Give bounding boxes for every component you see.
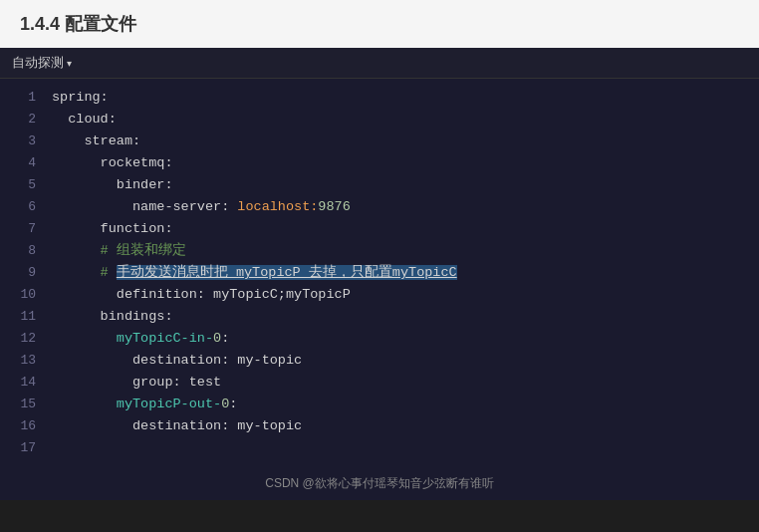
line-number: 1: [8, 87, 36, 109]
line-content: stream:: [52, 131, 751, 152]
line-number: 17: [8, 437, 36, 459]
line-number: 14: [8, 372, 36, 394]
code-line: 15 myTopicP-out-0:: [0, 394, 759, 415]
code-editor: 1spring:2 cloud:3 stream:4 rocketmq:5 bi…: [0, 79, 759, 467]
line-content: cloud:: [52, 109, 751, 131]
code-line: 17: [0, 437, 759, 459]
line-number: 10: [8, 284, 36, 306]
line-content: destination: my-topic: [52, 350, 751, 372]
code-line: 16 destination: my-topic: [0, 415, 759, 437]
line-content: myTopicC-in-0:: [52, 328, 751, 350]
code-line: 14 group: test: [0, 372, 759, 394]
code-line: 13 destination: my-topic: [0, 350, 759, 372]
code-line: 8 # 组装和绑定: [0, 240, 759, 262]
code-line: 9 # 手动发送消息时把 myTopicP 去掉，只配置myTopicC: [0, 262, 759, 284]
toolbar-label[interactable]: 自动探测: [12, 54, 72, 72]
line-number: 6: [8, 196, 36, 218]
line-number: 7: [8, 218, 36, 240]
code-line: 4 rocketmq:: [0, 152, 759, 174]
code-line: 12 myTopicC-in-0:: [0, 328, 759, 350]
line-number: 8: [8, 240, 36, 262]
line-number: 13: [8, 350, 36, 372]
line-content: spring:: [52, 87, 751, 109]
line-number: 2: [8, 109, 36, 131]
line-content: bindings:: [52, 306, 751, 328]
page-title: 1.4.4 配置文件: [0, 0, 759, 48]
watermark: CSDN @欲将心事付瑶琴知音少弦断有谁听: [0, 467, 759, 500]
line-number: 16: [8, 415, 36, 437]
line-content: # 手动发送消息时把 myTopicP 去掉，只配置myTopicC: [52, 262, 751, 284]
line-content: destination: my-topic: [52, 415, 751, 437]
line-number: 9: [8, 262, 36, 284]
line-number: 12: [8, 328, 36, 350]
line-number: 5: [8, 174, 36, 196]
code-line: 10 definition: myTopicC;myTopicP: [0, 284, 759, 306]
code-container: 自动探测 1spring:2 cloud:3 stream:4 rocketmq…: [0, 48, 759, 500]
line-content: myTopicP-out-0:: [52, 394, 751, 415]
line-content: name-server: localhost:9876: [52, 196, 751, 218]
code-line: 1spring:: [0, 87, 759, 109]
line-number: 15: [8, 394, 36, 415]
code-line: 11 bindings:: [0, 306, 759, 328]
line-number: 11: [8, 306, 36, 328]
line-content: rocketmq:: [52, 152, 751, 174]
line-content: binder:: [52, 174, 751, 196]
code-line: 5 binder:: [0, 174, 759, 196]
line-number: 4: [8, 152, 36, 174]
toolbar[interactable]: 自动探测: [0, 48, 759, 79]
line-content: function:: [52, 218, 751, 240]
code-line: 3 stream:: [0, 131, 759, 152]
line-content: # 组装和绑定: [52, 240, 751, 262]
code-line: 2 cloud:: [0, 109, 759, 131]
line-number: 3: [8, 131, 36, 152]
line-content: group: test: [52, 372, 751, 394]
code-line: 7 function:: [0, 218, 759, 240]
code-line: 6 name-server: localhost:9876: [0, 196, 759, 218]
line-content: definition: myTopicC;myTopicP: [52, 284, 751, 306]
